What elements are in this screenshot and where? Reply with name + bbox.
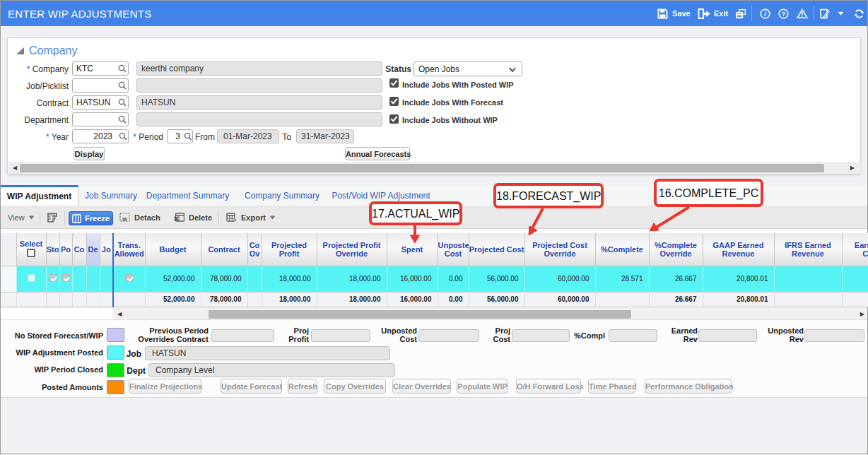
svg-text:?: ? xyxy=(782,10,786,18)
svg-text:i: i xyxy=(764,11,766,18)
